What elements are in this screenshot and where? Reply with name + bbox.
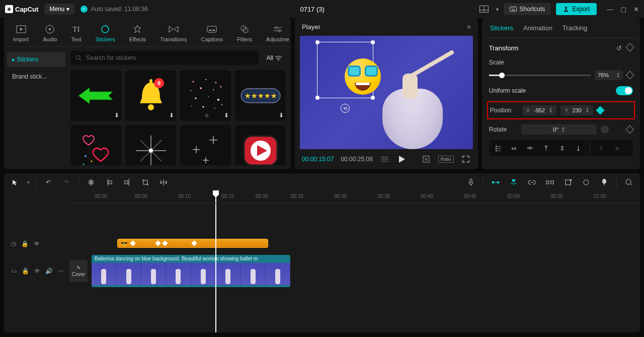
- player-stage[interactable]: ⟲: [300, 36, 473, 149]
- tab-adjustment[interactable]: Adjustme: [259, 22, 296, 46]
- sticker-item[interactable]: ⬇: [125, 125, 176, 165]
- layout-icon[interactable]: [477, 3, 491, 15]
- keyframe-icon-active[interactable]: [596, 106, 604, 115]
- sticker-item[interactable]: ⬇: [235, 125, 286, 165]
- clock-icon[interactable]: ◷: [11, 240, 16, 247]
- eye-icon[interactable]: 👁: [34, 267, 40, 275]
- tab-text[interactable]: TIText: [64, 22, 88, 46]
- lock-icon[interactable]: 🔒: [21, 240, 29, 247]
- download-icon[interactable]: ⬇: [169, 112, 174, 119]
- align-bottom-icon[interactable]: ⤓: [572, 143, 586, 154]
- sticker-item[interactable]: ⬇: [70, 70, 121, 121]
- resize-handle[interactable]: [315, 40, 319, 44]
- tab-animation[interactable]: Animation: [523, 24, 552, 32]
- filter-all-button[interactable]: All: [263, 51, 286, 64]
- eye-icon[interactable]: 👁: [34, 240, 40, 247]
- scale-slider[interactable]: [489, 75, 591, 76]
- tab-stickers-props[interactable]: Stickers: [490, 24, 513, 32]
- scale-icon[interactable]: [421, 154, 431, 164]
- selection-tool[interactable]: [9, 176, 21, 188]
- download-icon[interactable]: ⬇: [279, 112, 284, 119]
- close-button[interactable]: ✕: [633, 6, 639, 13]
- stepper-icon[interactable]: ▲▼: [549, 107, 552, 113]
- magnet-icon[interactable]: [490, 176, 502, 188]
- tab-audio[interactable]: Audio: [36, 22, 64, 46]
- mirror-tool[interactable]: [157, 176, 170, 188]
- maximize-button[interactable]: ▢: [620, 6, 626, 13]
- trim-right-tool[interactable]: [121, 176, 133, 188]
- timeline-ruler[interactable]: 00:00 00:05 00:10 00:15 00:20 00:25 00:3…: [69, 191, 640, 204]
- rotate-value[interactable]: 0° ▲▼: [521, 124, 597, 134]
- menu-button[interactable]: Menu ▾: [44, 4, 74, 15]
- chevron-down-icon[interactable]: ▾: [27, 180, 30, 185]
- sidebar-item-brand[interactable]: Brand stick...: [7, 69, 65, 84]
- audio-icon[interactable]: 🔊: [45, 267, 53, 275]
- download-icon[interactable]: ⬇: [114, 112, 119, 119]
- circle-icon[interactable]: [580, 176, 592, 188]
- redo-button[interactable]: ↷: [60, 176, 72, 188]
- stepper-icon[interactable]: ▲▼: [586, 107, 589, 113]
- mic-icon[interactable]: [465, 176, 477, 188]
- video-icon[interactable]: ▭: [11, 267, 17, 275]
- download-icon[interactable]: ⬇: [224, 112, 229, 119]
- player-menu-icon[interactable]: ≡: [467, 23, 471, 31]
- align-center-h-icon[interactable]: ⇔: [507, 143, 521, 154]
- more-icon[interactable]: ⋯: [58, 267, 64, 275]
- uniform-scale-toggle[interactable]: [616, 86, 633, 95]
- keyframe-marker[interactable]: [155, 240, 160, 246]
- play-button[interactable]: [397, 154, 407, 164]
- keyframe-icon[interactable]: [626, 125, 634, 134]
- undo-button[interactable]: ↶: [42, 176, 54, 188]
- marker-icon[interactable]: [562, 176, 574, 188]
- split-tool[interactable]: [85, 176, 97, 188]
- crop-tool[interactable]: [139, 176, 151, 188]
- playhead[interactable]: [215, 191, 216, 203]
- tab-tracking[interactable]: Tracking: [562, 24, 587, 32]
- selection-box[interactable]: ⟲: [317, 42, 373, 98]
- tab-captions[interactable]: Captions: [194, 22, 229, 46]
- star-icon[interactable]: ☆: [204, 112, 209, 119]
- sticker-item[interactable]: ★★★★★ ⬇: [235, 70, 286, 121]
- shortcuts-button[interactable]: Shortcuts: [504, 3, 551, 15]
- tab-filters[interactable]: Filters: [230, 22, 259, 46]
- align-left-icon[interactable]: ⬱: [491, 143, 505, 154]
- scale-value[interactable]: 76% ▲▼: [595, 70, 623, 80]
- keyframe-marker[interactable]: [162, 240, 168, 246]
- sticker-clip[interactable]: 😎: [117, 239, 268, 248]
- align-top-icon[interactable]: ⤒: [539, 143, 553, 154]
- position-y-input[interactable]: Y 230 ▲▼: [560, 105, 593, 115]
- link-icon[interactable]: [526, 176, 538, 188]
- distribute-h-icon[interactable]: ⫴: [594, 143, 608, 154]
- tab-import[interactable]: Import: [6, 22, 36, 46]
- rotate-handle[interactable]: ⟲: [341, 104, 350, 113]
- cover-button[interactable]: ✎ Cover: [69, 260, 88, 282]
- stepper-icon[interactable]: ▲▼: [616, 72, 620, 78]
- trim-left-tool[interactable]: [103, 176, 115, 188]
- ratio-button[interactable]: Ratio: [438, 156, 454, 163]
- sticker-item[interactable]: ⬇: [180, 125, 231, 165]
- list-icon[interactable]: [380, 154, 390, 164]
- video-clip[interactable]: Ballerina dancing on blue background. Be…: [92, 255, 290, 287]
- keyframe-marker[interactable]: [191, 240, 197, 246]
- stepper-icon[interactable]: ▲▼: [561, 126, 565, 132]
- keyframe-icon[interactable]: [626, 43, 634, 52]
- position-x-input[interactable]: X -952 ▲▼: [522, 105, 556, 115]
- tab-stickers[interactable]: Stickers: [89, 22, 122, 46]
- preview-icon[interactable]: [544, 176, 556, 188]
- resize-handle[interactable]: [315, 96, 319, 100]
- balloon-icon[interactable]: [598, 176, 610, 188]
- reset-icon[interactable]: ↺: [616, 44, 622, 52]
- rotate-dial[interactable]: [601, 125, 609, 133]
- zoom-fit-icon[interactable]: [623, 176, 635, 188]
- snap-icon[interactable]: [508, 176, 520, 188]
- align-center-v-icon[interactable]: ⇕: [555, 143, 570, 154]
- align-right-icon[interactable]: ⬲: [523, 143, 537, 154]
- distribute-v-icon[interactable]: ≡: [610, 143, 624, 154]
- playhead-line[interactable]: [215, 204, 216, 332]
- search-input[interactable]: Search for stickers: [70, 51, 259, 65]
- sticker-item[interactable]: ☆ ⬇: [180, 70, 231, 121]
- tab-transitions[interactable]: Transitions: [153, 22, 194, 46]
- fullscreen-icon[interactable]: [461, 154, 471, 164]
- emoji-sticker[interactable]: [342, 55, 384, 98]
- resize-handle[interactable]: [371, 40, 375, 44]
